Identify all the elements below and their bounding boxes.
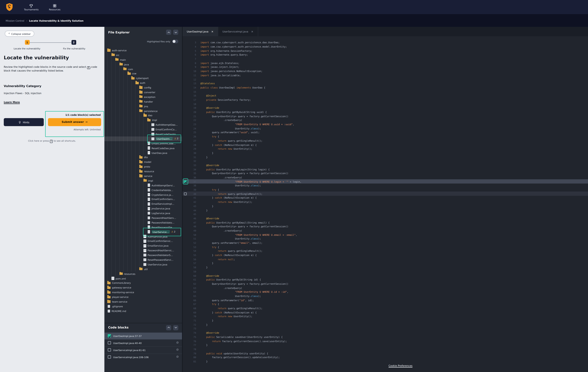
cookie-preferences-link[interactable]: Cookie Preferences <box>388 364 412 367</box>
code-line-text: public Serializable saveUser(UserEntity … <box>200 335 283 338</box>
tree-item-label: CommonLibrary <box>112 282 131 285</box>
tree-item-label: EmailConfirmServ… <box>152 198 175 201</box>
tree-file-passwordhashserv[interactable]: PasswordHashServ… <box>105 215 182 220</box>
tree-folder-handler[interactable]: handler <box>105 99 182 104</box>
code-block-item[interactable]: UserDaoImpl.java:40-40⊘ <box>105 339 182 346</box>
code-blocks-prev-button[interactable] <box>166 325 171 330</box>
tree-folder-impl[interactable]: impl <box>105 178 182 183</box>
tree-file-resetcodedaoim[interactable]: ResetCodeDaoIm… <box>105 132 182 137</box>
file-explorer-prev-button[interactable] <box>166 30 171 35</box>
code-block-checkbox[interactable] <box>108 341 111 344</box>
tree-folder-dto[interactable]: dto <box>105 155 182 160</box>
code-line-30: 30 } <box>182 151 588 155</box>
tree-indent-guides <box>107 62 119 67</box>
tree-folder-csw[interactable]: csw <box>105 71 182 76</box>
nav-item-tournaments[interactable]: Tournaments <box>24 3 39 11</box>
tree-file-jmsservice.java[interactable]: JmsService.java <box>105 206 182 211</box>
tree-file-authattemptservi[interactable]: AuthAttemptServi… <box>105 183 182 188</box>
tree-folder-main[interactable]: main <box>105 57 182 62</box>
editor-tab-userdaoimpl.java[interactable]: UserDaoImpl.java× <box>182 27 218 36</box>
tree-file-emailconfirmco[interactable]: EmailConfirmCo… <box>105 127 182 132</box>
tree-folder-resource[interactable]: resource <box>105 169 182 174</box>
tree-file-emailconfirmserv[interactable]: EmailConfirmServ… <box>105 197 182 202</box>
tree-file-emailservice.java[interactable]: EmailService.java <box>105 244 182 248</box>
code-block-checkbox[interactable] <box>108 355 111 359</box>
tree-folder-cybersport[interactable]: cybersport <box>105 76 182 81</box>
tree-folder-team-service[interactable]: team-service <box>105 299 182 304</box>
tree-folder-src[interactable]: src <box>105 53 182 57</box>
tree-folder-auth[interactable]: auth <box>105 81 182 85</box>
tree-file-credentialvalida[interactable]: CredentialValida… <box>105 188 182 192</box>
tree-file-passwordvalidato[interactable]: PasswordValidato… <box>105 220 182 225</box>
tree-file-userdao.java[interactable]: UserDao.java <box>105 150 182 155</box>
tree-file-authattemptdao[interactable]: AuthAttemptDao… <box>105 122 182 127</box>
tree-folder-com[interactable]: com <box>105 67 182 71</box>
tree-file-resetpasswordse[interactable]: ResetPasswordSe… <box>105 225 182 230</box>
tree-file-passwordvalidators[interactable]: PasswordValidatorS… <box>105 253 182 257</box>
tree-file-readme.md[interactable]: README.md <box>105 309 182 313</box>
tree-folder-player-service[interactable]: player-service <box>105 295 182 299</box>
tree-folder-proto[interactable]: proto <box>105 164 182 169</box>
tree-folder-gateway-service[interactable]: gateway-service <box>105 286 182 290</box>
tree-file-pom.xml[interactable]: pom.xml <box>105 276 182 281</box>
shortcuts-hint[interactable]: Click here or press ? to see all shortcu… <box>0 140 104 143</box>
line-number: 78 <box>188 348 196 351</box>
file-explorer-next-button[interactable] <box>173 30 178 35</box>
code-line-checkbox-37[interactable] <box>184 180 187 183</box>
submit-answer-button[interactable]: Submit answer → <box>48 118 101 126</box>
tree-folder-service[interactable]: service <box>105 174 182 178</box>
tree-file-passwordhashservic[interactable]: PasswordHashServic… <box>105 248 182 253</box>
tree-item-label: EmailServiceImpl… <box>152 202 174 205</box>
tree-folder-model[interactable]: model <box>105 160 182 164</box>
tree-folder-persistence[interactable]: persistence <box>105 108 182 113</box>
tab-close-icon[interactable]: × <box>211 30 213 33</box>
breadcrumb-mission-control[interactable]: Mission Control <box>6 19 24 22</box>
tree-file-emailserviceimpl[interactable]: EmailServiceImpl… <box>105 202 182 206</box>
tree-file-logservice.java[interactable]: LogService.java <box>105 211 182 216</box>
learn-more-link[interactable]: Learn More <box>4 101 20 104</box>
tree-file-resetpasswordservi[interactable]: ResetPasswordServi… <box>105 257 182 262</box>
tree-item-label: CredentialValida… <box>152 189 173 191</box>
tree-folder-dao[interactable]: dao <box>105 113 182 118</box>
tree-folder-commonlibrary[interactable]: CommonLibrary <box>105 281 182 286</box>
code-line-checkbox-40[interactable] <box>184 192 187 195</box>
tree-folder-auth-service[interactable]: auth-service <box>105 48 182 53</box>
tree-folder-config[interactable]: config <box>105 85 182 90</box>
tree-file-emailconfirmservic[interactable]: EmailConfirmServic… <box>105 239 182 244</box>
tree-file-userdaoim[interactable]: UserDaoIm…⚠2 <box>105 137 182 141</box>
tree-folder-exception[interactable]: exception <box>105 95 182 99</box>
tree-indent-guides <box>107 113 143 118</box>
tree-file-.gitignore[interactable]: .gitignore <box>105 304 182 309</box>
tree-file-resetcodedao.java[interactable]: ResetCodeDao.java <box>105 146 182 150</box>
tree-folder-util[interactable]: util <box>105 267 182 271</box>
warning-count: 2 <box>177 138 178 140</box>
tree-folder-converter[interactable]: converter <box>105 90 182 95</box>
tree-file-emailconfirmcode[interactable]: EmailConfirmCode… <box>105 141 182 146</box>
code-line-44: 44 } <box>182 208 588 212</box>
tree-file-userservice.java[interactable]: UserService.java <box>105 262 182 267</box>
collapse-sidebar-button[interactable]: ‹ Collapse sidebar <box>5 31 34 37</box>
logo-icon[interactable] <box>5 3 14 11</box>
tree-folder-resources[interactable]: resources <box>105 271 182 276</box>
tree-file-cryptoservice.ja[interactable]: CryptoService.ja… <box>105 192 182 197</box>
highlighted-files-toggle[interactable] <box>172 40 178 43</box>
file-icon <box>152 133 154 136</box>
tree-folder-java[interactable]: java <box>105 62 182 67</box>
tree-file-authservice.java[interactable]: AuthService.java <box>105 234 182 239</box>
code-block-checkbox[interactable] <box>108 334 111 337</box>
code-blocks-next-button[interactable] <box>173 325 178 330</box>
code-block-checkbox[interactable] <box>108 348 111 351</box>
tree-folder-jms[interactable]: jms <box>105 104 182 109</box>
code-block-item[interactable]: UserServiceImpl.java:106-106⊘ <box>105 353 182 360</box>
hints-button[interactable]: Hints <box>4 118 44 126</box>
tree-folder-impl[interactable]: impl <box>105 118 182 122</box>
tree-folder-monitoring-service[interactable]: monitoring-service <box>105 290 182 295</box>
code-line-11: 11import java.io.Serializable; <box>182 73 588 77</box>
tree-file-userservice[interactable]: UserService…⚠2 <box>105 230 182 234</box>
tab-close-icon[interactable]: × <box>251 30 253 33</box>
tree-item-label: UserService.java <box>147 263 167 266</box>
code-block-item[interactable]: UserDaoImpl.java:37-37 <box>105 332 182 339</box>
editor-tab-userserviceimpl.java[interactable]: UserServiceImpl.java× <box>218 27 258 36</box>
code-block-item[interactable]: UserServiceImpl.java:61-61⊘ <box>105 346 182 353</box>
nav-item-resources[interactable]: Resources <box>49 3 61 11</box>
